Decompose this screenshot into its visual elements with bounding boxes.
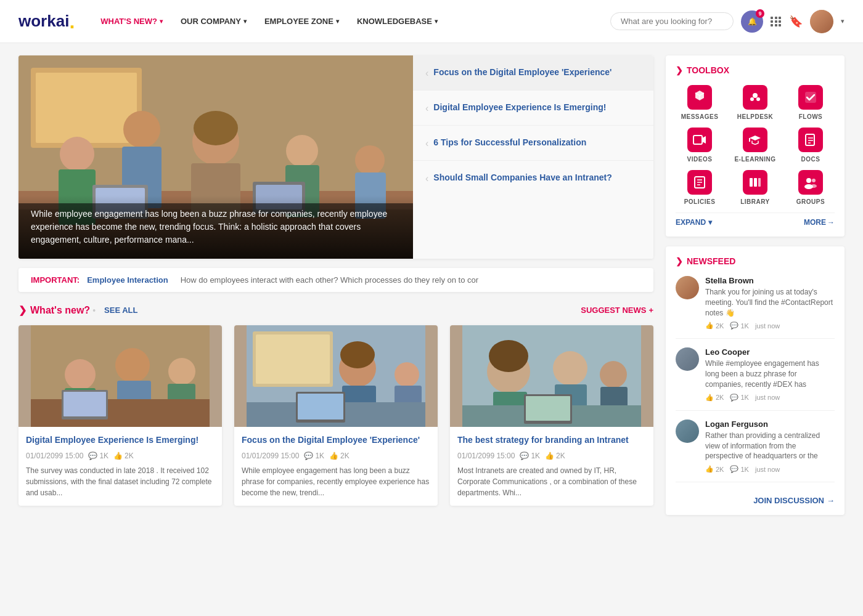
nav-our-company[interactable]: OUR COMPANY ▾ <box>173 12 254 31</box>
svg-point-12 <box>286 135 318 167</box>
chevron-right-icon: ❯ <box>676 65 683 75</box>
news-card-title-3: The best strategy for branding an Intran… <box>457 434 646 447</box>
svg-rect-33 <box>256 334 330 384</box>
news-date-1: 01/01/2099 15:00 <box>26 452 83 460</box>
groups-label: GROUPS <box>796 198 825 205</box>
toolbox-box: ❯ TOOLBOX MESSAGES <box>666 55 845 237</box>
whats-new-header: ❯ What's new? • SEE ALL SUGGEST NEWS + <box>18 304 653 316</box>
toolbox-helpdesk[interactable]: HELPDESK <box>731 85 779 120</box>
news-card-2[interactable]: Focus on the Digital Employee 'Experienc… <box>234 325 438 506</box>
hero-overlay: While employee engagement has long been … <box>18 195 413 259</box>
newsfeed-item-3: Logan Ferguson Rather than providing a c… <box>676 419 835 482</box>
svg-rect-2 <box>36 73 137 143</box>
card-svg-2 <box>234 325 438 427</box>
see-all-link[interactable]: SEE ALL <box>104 306 137 315</box>
important-link[interactable]: Employee Interaction <box>87 275 168 285</box>
bookmark-icon[interactable]: 🔖 <box>789 15 803 28</box>
hero-article-4[interactable]: ‹ Should Small Companies Have an Intrane… <box>413 161 653 195</box>
likes-3: 👍 2K <box>705 465 724 473</box>
svg-point-46 <box>553 351 587 386</box>
hero-article-1[interactable]: ‹ Focus on the Digital Employee 'Experie… <box>413 55 653 91</box>
nav-knowledgebase[interactable]: KNOWLEDGEBASE ▾ <box>350 12 445 31</box>
newsfeed-meta-1: 👍 2K 💬 1K just now <box>705 322 835 330</box>
news-comments-3: 💬 1K <box>520 452 540 460</box>
chevron-down-icon: ▾ <box>336 18 339 25</box>
svg-rect-28 <box>31 399 210 427</box>
toolbox-policies[interactable]: POLICIES <box>676 170 724 205</box>
logo[interactable]: workai . <box>18 12 75 31</box>
toolbox-expand-button[interactable]: EXPAND ▾ <box>676 218 712 227</box>
suggest-news-button[interactable]: SUGGEST NEWS + <box>581 306 653 315</box>
avatar[interactable] <box>810 10 833 33</box>
toolbox-docs[interactable]: DOCS <box>787 128 835 163</box>
card-svg-3 <box>450 325 653 427</box>
chevron-left-icon: ‹ <box>425 68 428 79</box>
news-card-text-1: The survey was conducted in late 2018 . … <box>26 465 215 498</box>
news-card-1[interactable]: Digital Employee Experience Is Emerging!… <box>18 325 222 506</box>
svg-rect-68 <box>754 178 757 187</box>
time-2: just now <box>755 394 780 401</box>
notification-bell[interactable]: 🔔 9 <box>741 10 763 33</box>
library-icon <box>743 170 767 195</box>
avatar-leo <box>676 347 699 371</box>
header: workai . WHAT'S NEW? ▾ OUR COMPANY ▾ EMP… <box>0 0 863 43</box>
search-input[interactable] <box>610 12 734 30</box>
toolbox-groups[interactable]: GROUPS <box>787 170 835 205</box>
toolbox-flows[interactable]: FLOWS <box>787 85 835 120</box>
arrow-right-icon: → <box>827 218 835 227</box>
newsfeed-text-3: Rather than providing a centralized view… <box>705 431 835 461</box>
svg-point-11 <box>194 111 238 145</box>
svg-point-55 <box>756 97 760 101</box>
newsfeed-meta-2: 👍 2K 💬 1K just now <box>705 394 835 402</box>
svg-rect-69 <box>758 178 761 187</box>
flows-label: FLOWS <box>799 113 823 120</box>
chevron-down-icon: ▾ <box>243 18 247 25</box>
news-card-text-2: While employee engagement has long been … <box>242 465 430 498</box>
arrow-right-icon: → <box>827 496 835 505</box>
svg-rect-30 <box>63 392 106 416</box>
videos-icon <box>687 128 712 152</box>
sidebar: ❯ TOOLBOX MESSAGES <box>666 55 845 525</box>
chevron-down-icon: ▾ <box>708 218 712 227</box>
chevron-down-icon[interactable]: ▾ <box>841 17 845 25</box>
toolbox-elearning[interactable]: E-LEARNING <box>731 128 779 163</box>
time-3: just now <box>755 466 780 473</box>
hero-section: While employee engagement has long been … <box>18 55 653 259</box>
grid-menu-icon[interactable] <box>771 17 782 26</box>
news-card-image-3 <box>450 325 653 427</box>
avatar-logan <box>676 419 699 443</box>
svg-point-54 <box>750 97 754 101</box>
chevron-left-icon: ‹ <box>425 138 428 149</box>
toolbox-messages[interactable]: MESSAGES <box>676 85 724 120</box>
comments-1: 💬 1K <box>730 322 748 330</box>
chevron-down-icon: ▾ <box>160 18 163 25</box>
toolbox-grid: MESSAGES HELPDESK <box>676 85 835 205</box>
chevron-left-icon: ‹ <box>425 173 428 184</box>
toolbox-footer: EXPAND ▾ MORE → <box>676 213 835 227</box>
nav-whats-new[interactable]: WHAT'S NEW? ▾ <box>93 12 170 31</box>
news-grid: Digital Employee Experience Is Emerging!… <box>18 325 653 506</box>
chevron-down-icon: ▾ <box>435 18 438 25</box>
nav-employee-zone[interactable]: EMPLOYEE ZONE ▾ <box>257 12 346 31</box>
newsfeed-name-1: Stella Brown <box>705 276 835 285</box>
news-card-body-1: Digital Employee Experience Is Emerging!… <box>18 427 222 506</box>
chevron-right-icon: ❯ <box>18 304 27 316</box>
helpdesk-label: HELPDESK <box>737 113 773 120</box>
svg-point-73 <box>811 184 817 188</box>
toolbox-videos[interactable]: VIDEOS <box>676 128 724 163</box>
svg-point-53 <box>753 93 758 98</box>
newsfeed-content-2: Leo Cooper While #employee engagement ha… <box>705 347 835 401</box>
hero-caption: While employee engagement has long been … <box>31 208 401 246</box>
news-card-body-2: Focus on the Digital Employee 'Experienc… <box>234 427 438 506</box>
news-card-3[interactable]: The best strategy for branding an Intran… <box>450 325 653 506</box>
news-card-title-2: Focus on the Digital Employee 'Experienc… <box>242 434 430 447</box>
toolbox-more-button[interactable]: MORE → <box>804 218 835 227</box>
join-discussion-button[interactable]: JOIN DISCUSSION → <box>676 491 835 505</box>
hero-article-3[interactable]: ‹ 6 Tips for Successful Personalization <box>413 126 653 161</box>
toolbox-title: ❯ TOOLBOX <box>676 65 835 75</box>
toolbox-library[interactable]: LIBRARY <box>731 170 779 205</box>
news-card-meta-2: 01/01/2099 15:00 💬 1K 👍 2K <box>242 452 430 460</box>
hero-article-2[interactable]: ‹ Digital Employee Experience Is Emergin… <box>413 91 653 126</box>
news-likes-2: 👍 2K <box>329 452 350 460</box>
newsfeed-meta-3: 👍 2K 💬 1K just now <box>705 465 835 473</box>
